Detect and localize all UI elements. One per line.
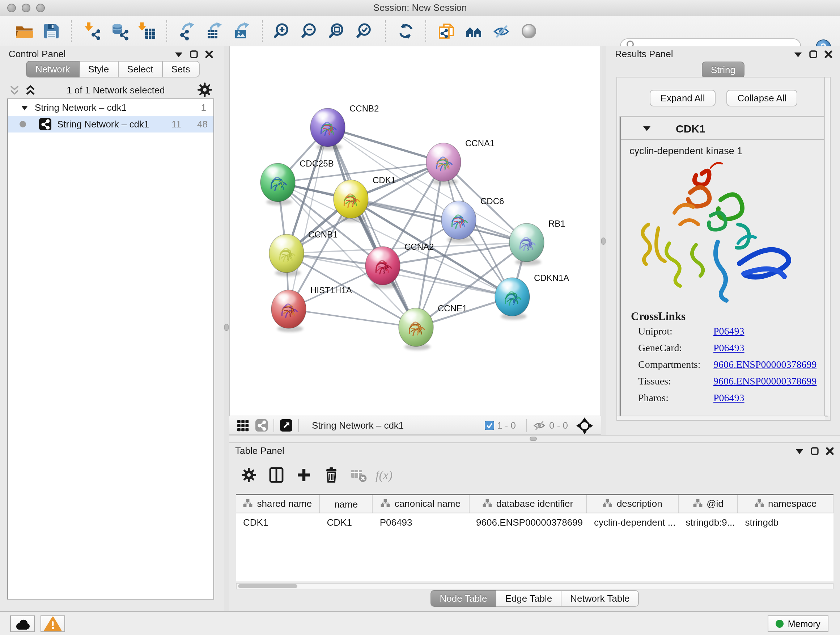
panel-menu-icon[interactable] xyxy=(794,51,802,57)
network-type-icon[interactable] xyxy=(256,419,268,432)
import-table-button[interactable] xyxy=(133,18,161,44)
tab-select[interactable]: Select xyxy=(118,61,163,78)
crosslink-genecard-link[interactable]: P06493 xyxy=(714,342,818,354)
panel-close-icon[interactable] xyxy=(826,447,834,455)
results-horizontal-scrollbar[interactable] xyxy=(617,416,825,420)
network-status-dot-icon xyxy=(19,121,26,127)
collection-expander-icon[interactable] xyxy=(21,105,28,111)
network-node-CDC6[interactable]: CDC6 xyxy=(441,196,504,243)
tab-network[interactable]: Network xyxy=(26,61,79,78)
export-network-button[interactable] xyxy=(174,18,201,44)
table-gear-button[interactable] xyxy=(237,463,261,486)
panel-close-icon[interactable] xyxy=(205,50,213,59)
import-network-database-button[interactable] xyxy=(106,18,133,44)
network-node-CDKN1A[interactable]: CDKN1A xyxy=(495,273,569,320)
table-add-button[interactable] xyxy=(292,463,316,486)
selected-nodes-checkbox-icon[interactable] xyxy=(485,421,494,430)
scrollbar-thumb[interactable] xyxy=(238,584,297,588)
open-session-button[interactable] xyxy=(10,18,38,44)
tab-style[interactable]: Style xyxy=(79,61,118,78)
zoom-fit-button[interactable] xyxy=(324,18,352,44)
table-row[interactable]: CDK1CDK1P064939606.ENSP00000378699cyclin… xyxy=(236,513,833,531)
hide-selected-button[interactable] xyxy=(488,18,515,44)
crosslink-compartments-link[interactable]: 9606.ENSP00000378699 xyxy=(714,359,818,371)
table-trash-button[interactable] xyxy=(319,463,344,486)
detach-view-icon[interactable] xyxy=(280,419,292,432)
section-expander-icon[interactable] xyxy=(643,125,651,131)
crosslink-uniprot-link[interactable]: P06493 xyxy=(714,326,818,337)
crosslink-label: Compartments: xyxy=(638,359,714,371)
export-image-button[interactable] xyxy=(229,18,256,44)
column-header--id[interactable]: @id xyxy=(679,495,738,513)
zoom-in-button[interactable] xyxy=(269,18,297,44)
collapse-all-icon[interactable] xyxy=(9,84,20,95)
tab-network-table[interactable]: Network Table xyxy=(561,590,639,607)
show-all-button[interactable] xyxy=(515,18,543,44)
panel-menu-icon[interactable] xyxy=(174,51,183,57)
splitter-grip[interactable] xyxy=(601,238,606,245)
panel-float-icon[interactable] xyxy=(189,50,198,59)
expand-all-icon[interactable] xyxy=(25,84,36,95)
network-edge[interactable] xyxy=(328,127,416,327)
fit-selected-crosshair-icon[interactable] xyxy=(575,416,594,435)
save-session-button[interactable] xyxy=(38,18,65,44)
network-node-CCNB2[interactable]: CCNB2 xyxy=(310,103,379,150)
network-node-RB1[interactable]: RB1 xyxy=(509,219,565,265)
tab-sets[interactable]: Sets xyxy=(163,61,199,78)
node-label-CCNA2: CCNA2 xyxy=(404,242,434,252)
network-node-HIST1H1A[interactable]: HIST1H1A xyxy=(271,285,352,332)
network-collection-row[interactable]: String Network – cdk1 1 xyxy=(8,99,213,116)
zoom-out-button[interactable] xyxy=(297,18,324,44)
crosslinks-list: Uniprot:P06493GeneCard:P06493Compartment… xyxy=(638,326,818,404)
column-header-name[interactable]: name xyxy=(320,495,373,513)
tab-string[interactable]: String xyxy=(701,62,745,78)
table-columns-button[interactable] xyxy=(264,463,289,486)
panel-float-icon[interactable] xyxy=(810,447,819,455)
import-network-file-button[interactable] xyxy=(78,18,106,44)
warnings-button[interactable] xyxy=(41,616,65,632)
column-header-shared-name[interactable]: shared name xyxy=(236,495,320,513)
control-panel-header-icons xyxy=(174,50,213,59)
expand-all-button[interactable]: Expand All xyxy=(650,90,716,106)
crosslinks-heading: CrossLinks xyxy=(631,310,818,323)
network-node-CCNE1[interactable]: CCNE1 xyxy=(399,303,467,350)
network-edge[interactable] xyxy=(328,127,444,162)
column-header-canonical-name[interactable]: canonical name xyxy=(373,495,469,513)
table-cell: CDK1 xyxy=(236,513,320,531)
memory-label: Memory xyxy=(788,619,821,629)
panel-close-icon[interactable] xyxy=(824,50,833,59)
toolbar-buttons xyxy=(10,16,543,46)
network-row[interactable]: String Network – cdk1 11 48 xyxy=(8,116,213,133)
splitter-grip[interactable] xyxy=(224,324,229,331)
panel-menu-icon[interactable] xyxy=(795,448,804,454)
network-edge[interactable] xyxy=(289,309,416,327)
crosslink-tissues-link[interactable]: 9606.ENSP00000378699 xyxy=(714,376,818,387)
panel-float-icon[interactable] xyxy=(809,50,818,59)
column-header-database-identifier[interactable]: database identifier xyxy=(469,495,587,513)
first-neighbors-button[interactable] xyxy=(460,18,488,44)
refresh-button[interactable] xyxy=(392,18,420,44)
birdseye-grid-icon[interactable] xyxy=(237,419,249,432)
control-panel-title: Control Panel xyxy=(9,49,66,59)
memory-button[interactable]: Memory xyxy=(767,616,829,632)
crosslink-pharos-link[interactable]: P06493 xyxy=(714,393,818,404)
gene-section-header[interactable]: CDK1 xyxy=(621,117,826,140)
column-header-description[interactable]: description xyxy=(587,495,679,513)
tab-node-table[interactable]: Node Table xyxy=(430,590,496,607)
network-options-gear-icon[interactable] xyxy=(195,80,214,99)
network-canvas[interactable]: CCNB2 CCNA1 CDC25B CDK1 CDC6 RB1 CCNB1 C… xyxy=(229,46,601,416)
tab-edge-table[interactable]: Edge Table xyxy=(497,590,562,607)
results-vertical-scrollbar[interactable] xyxy=(824,78,830,416)
network-node-CDK1[interactable]: CDK1 xyxy=(333,175,396,222)
network-node-CCNB1[interactable]: CCNB1 xyxy=(269,230,338,276)
results-panel-header-icons xyxy=(794,50,833,59)
collapse-all-button[interactable]: Collapse All xyxy=(727,90,798,106)
cloud-status-button[interactable] xyxy=(10,616,35,632)
splitter-grip[interactable] xyxy=(530,437,537,441)
network-edge[interactable] xyxy=(383,266,512,297)
table-horizontal-scrollbar[interactable] xyxy=(236,583,834,589)
column-header-namespace[interactable]: namespace xyxy=(737,495,833,513)
clone-network-button[interactable] xyxy=(433,18,460,44)
zoom-selected-button[interactable] xyxy=(352,18,379,44)
export-table-button[interactable] xyxy=(201,18,229,44)
